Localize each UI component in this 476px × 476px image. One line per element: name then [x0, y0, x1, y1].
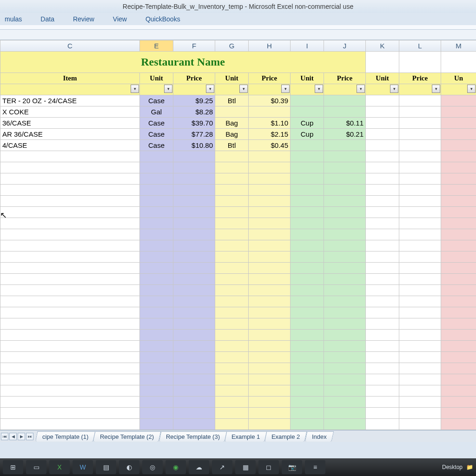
cell[interactable] — [399, 162, 441, 173]
cell[interactable] — [215, 251, 249, 263]
filter-dropdown-icon[interactable]: ▾ — [432, 85, 440, 93]
filter-price-4[interactable]: ▾ — [399, 84, 441, 95]
cell[interactable] — [0, 162, 140, 173]
cell[interactable] — [324, 196, 366, 207]
cell[interactable] — [215, 218, 249, 229]
cell[interactable] — [215, 363, 249, 374]
cell[interactable] — [173, 207, 215, 218]
cell[interactable] — [441, 374, 476, 385]
cell-unit[interactable] — [441, 95, 476, 106]
cell[interactable] — [324, 330, 366, 341]
filter-un-5[interactable]: ▾ — [441, 84, 476, 95]
cell[interactable] — [173, 229, 215, 240]
cell[interactable] — [249, 240, 291, 251]
cell[interactable] — [140, 296, 173, 307]
hdr-unit-4[interactable]: Unit — [366, 73, 399, 84]
cell[interactable] — [291, 363, 324, 374]
spreadsheet-area[interactable]: C E F G H I J K L M Restaurant Name Item… — [0, 40, 476, 430]
cell[interactable] — [0, 318, 140, 330]
cell[interactable] — [173, 274, 215, 285]
cell[interactable] — [0, 207, 140, 218]
cell-price[interactable]: $0.39 — [249, 95, 291, 106]
cell[interactable] — [324, 341, 366, 352]
cell[interactable] — [399, 385, 441, 397]
sheet-tab[interactable]: Recipe Template (3) — [159, 431, 227, 442]
cell[interactable] — [399, 296, 441, 307]
cell[interactable] — [324, 385, 366, 397]
cell-unit[interactable]: Cup — [291, 129, 324, 140]
cell-unit[interactable]: Btl — [215, 140, 249, 151]
cell[interactable] — [215, 296, 249, 307]
cell[interactable] — [399, 263, 441, 274]
cell-price[interactable]: $0.45 — [249, 140, 291, 151]
cell[interactable] — [173, 397, 215, 408]
col-C[interactable]: C — [0, 40, 140, 52]
cell-price[interactable]: $0.11 — [324, 118, 366, 129]
ribbon-tab-review[interactable]: Review — [73, 15, 94, 23]
cell-unit[interactable] — [291, 140, 324, 151]
cell[interactable] — [249, 397, 291, 408]
cell-price[interactable]: $10.80 — [173, 140, 215, 151]
cell-price[interactable] — [399, 140, 441, 151]
cell[interactable] — [0, 274, 140, 285]
cell[interactable] — [249, 185, 291, 196]
cell[interactable] — [291, 207, 324, 218]
cell[interactable] — [249, 251, 291, 263]
column-headers[interactable]: C E F G H I J K L M — [0, 40, 476, 52]
cell[interactable] — [291, 285, 324, 296]
cell[interactable] — [441, 296, 476, 307]
cell-unit[interactable] — [366, 129, 399, 140]
start-button[interactable]: ⊞ — [3, 460, 23, 474]
taskbar-app-icon[interactable]: ▦ — [235, 460, 256, 474]
cell[interactable] — [291, 296, 324, 307]
cell[interactable] — [173, 419, 215, 430]
filter-unit-4[interactable]: ▾ — [366, 84, 399, 95]
cell[interactable] — [324, 185, 366, 196]
cell[interactable] — [291, 341, 324, 352]
cell-price[interactable] — [324, 95, 366, 106]
cell-unit[interactable]: Bag — [215, 129, 249, 140]
cell[interactable] — [0, 151, 140, 162]
cell[interactable] — [366, 341, 399, 352]
col-H[interactable]: H — [249, 40, 291, 52]
cell-price[interactable]: $1.10 — [249, 118, 291, 129]
cell[interactable] — [441, 263, 476, 274]
cell[interactable] — [441, 419, 476, 430]
cell[interactable] — [366, 318, 399, 330]
cell[interactable] — [366, 185, 399, 196]
cell[interactable] — [441, 318, 476, 330]
cell[interactable] — [324, 363, 366, 374]
cell[interactable] — [173, 151, 215, 162]
cell-price[interactable] — [399, 118, 441, 129]
cell[interactable] — [441, 162, 476, 173]
cell[interactable] — [324, 374, 366, 385]
cell-price[interactable] — [399, 95, 441, 106]
cell[interactable] — [215, 397, 249, 408]
cell[interactable] — [291, 162, 324, 173]
cell[interactable] — [291, 318, 324, 330]
cell[interactable] — [399, 196, 441, 207]
cell[interactable] — [0, 240, 140, 251]
hdr-item[interactable]: Item — [0, 73, 140, 84]
cell[interactable] — [249, 341, 291, 352]
cell[interactable] — [249, 318, 291, 330]
cell[interactable] — [441, 341, 476, 352]
cell-unit[interactable]: Case — [140, 118, 173, 129]
cell[interactable] — [249, 151, 291, 162]
cell[interactable] — [215, 385, 249, 397]
hdr-price-1[interactable]: Price — [173, 73, 215, 84]
taskbar-app-icon[interactable]: ▭ — [26, 460, 46, 474]
filter-unit-2[interactable]: ▾ — [215, 84, 249, 95]
hdr-unit-2[interactable]: Unit — [215, 73, 249, 84]
cell[interactable] — [215, 229, 249, 240]
filter-dropdown-icon[interactable]: ▾ — [281, 85, 290, 93]
col-L[interactable]: L — [399, 40, 441, 52]
taskbar-chrome-icon[interactable]: ◎ — [142, 460, 163, 474]
filter-dropdown-icon[interactable]: ▾ — [390, 85, 398, 93]
cell[interactable] — [324, 318, 366, 330]
cell[interactable] — [366, 229, 399, 240]
cell[interactable] — [140, 196, 173, 207]
cell[interactable] — [173, 296, 215, 307]
cell[interactable] — [324, 263, 366, 274]
cell[interactable] — [366, 196, 399, 207]
